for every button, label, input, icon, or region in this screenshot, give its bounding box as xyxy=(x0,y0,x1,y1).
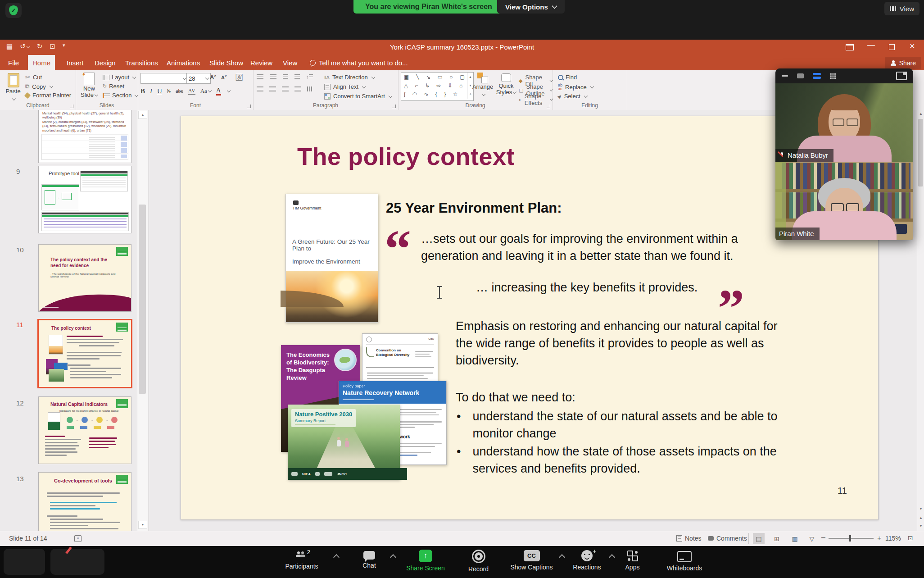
tell-me-box[interactable]: Tell me what you want to do... xyxy=(305,55,412,70)
slide-sorter-view-button[interactable]: ⊞ xyxy=(771,533,783,544)
thumbnail-slide-8[interactable]: Mental health (54), physical health (27)… xyxy=(38,110,131,163)
grow-font-button[interactable]: A˄ xyxy=(210,74,216,81)
font-size-input[interactable]: 28 xyxy=(186,73,211,84)
next-slide-button[interactable]: ▼ xyxy=(917,524,924,528)
zoom-out-button[interactable]: – xyxy=(821,533,825,542)
speaker-view-icon[interactable] xyxy=(797,73,804,78)
paste-button[interactable]: Paste xyxy=(5,73,21,103)
minimize-videos-icon[interactable] xyxy=(782,75,788,77)
active-view-icon[interactable] xyxy=(813,73,821,79)
convert-smartart-button[interactable]: Convert to SmartArt xyxy=(324,93,392,100)
view-button[interactable]: View xyxy=(884,2,919,15)
decrease-indent-button[interactable] xyxy=(283,74,288,79)
clear-formatting-button[interactable]: 🄰̸ xyxy=(236,74,242,81)
tab-transitions[interactable]: Transitions xyxy=(121,55,163,70)
zoom-slider[interactable] xyxy=(829,538,874,539)
replace-button[interactable]: abac Replace xyxy=(558,83,593,91)
font-color-button[interactable]: A xyxy=(216,86,221,96)
thumbnail-slide-12[interactable]: Natural Capital Indicators Indicators fo… xyxy=(38,396,131,464)
show-captions-button[interactable]: CC Show Captions xyxy=(503,550,560,571)
fit-to-window-button[interactable]: ⊡ xyxy=(908,534,913,542)
strikethrough-button[interactable]: S xyxy=(167,87,171,95)
participants-button[interactable]: 2 Participants xyxy=(275,550,329,570)
gallery-view-icon[interactable] xyxy=(830,73,836,79)
text-direction-button[interactable]: ‖A Text Direction xyxy=(324,74,375,81)
ribbon-display-options-button[interactable] xyxy=(846,42,854,50)
layout-button[interactable]: Layout xyxy=(103,74,136,81)
chat-chevron[interactable] xyxy=(390,554,396,560)
video-tile-piran[interactable]: Piran White xyxy=(775,162,913,240)
section-button[interactable]: Section xyxy=(103,92,138,99)
bullet-item-2[interactable]: • understand how the state of those asse… xyxy=(457,443,779,478)
arrange-button[interactable]: Arrange xyxy=(471,73,494,98)
scroll-up-arrow[interactable]: ▲ xyxy=(917,110,924,118)
underline-button[interactable]: U xyxy=(157,87,162,95)
italic-button[interactable]: I xyxy=(150,87,152,95)
align-right-button[interactable] xyxy=(282,86,289,91)
unmute-button[interactable] xyxy=(4,549,45,575)
thumbnail-slide-9[interactable]: Prototype tool → xyxy=(38,166,131,233)
reset-button[interactable]: ↻ Reset xyxy=(103,83,124,90)
thumbnail-slide-11[interactable]: The policy context xyxy=(37,319,132,388)
bullet-item-1[interactable]: • understand the state of our natural as… xyxy=(457,408,779,442)
tab-review[interactable]: Review xyxy=(246,55,277,70)
nature-positive-cover[interactable]: Nature Positive 2030 Summary Report NIEA… xyxy=(288,405,400,480)
columns-button[interactable] xyxy=(307,86,313,91)
change-case-button[interactable]: Aa xyxy=(200,87,211,95)
format-painter-button[interactable]: Format Painter xyxy=(25,92,71,99)
share-button[interactable]: Share xyxy=(885,57,921,69)
tab-insert[interactable]: Insert xyxy=(62,55,88,70)
view-options-button[interactable]: View Options xyxy=(497,0,565,14)
font-color-dropdown[interactable] xyxy=(226,89,230,92)
font-name-input[interactable] xyxy=(140,73,188,84)
strikethrough-abc-button[interactable]: abc xyxy=(176,88,183,95)
quick-styles-button[interactable]: Quick Styles xyxy=(495,73,517,96)
justify-button[interactable] xyxy=(294,86,301,91)
slide-heading[interactable]: 25 Year Environment Plan: xyxy=(386,200,562,216)
slide-11[interactable]: The policy context HM Government A Green… xyxy=(181,116,879,520)
video-tile-natalia[interactable]: Natalia Bubyr xyxy=(775,83,913,162)
tab-animations[interactable]: Animations xyxy=(162,55,204,70)
tab-slide-show[interactable]: Slide Show xyxy=(205,55,248,70)
align-left-button[interactable] xyxy=(257,86,263,91)
participants-chevron[interactable] xyxy=(333,554,340,560)
captions-chevron[interactable] xyxy=(559,554,565,560)
select-button[interactable]: ▶ Select xyxy=(558,93,587,100)
bold-button[interactable]: B xyxy=(140,87,145,95)
thumbnail-slide-10[interactable]: The policy context and the need for evid… xyxy=(38,244,131,312)
chat-button[interactable]: Chat xyxy=(349,550,390,569)
copy-button[interactable]: ⧉Copy xyxy=(25,83,53,90)
apps-button[interactable]: Apps xyxy=(613,550,652,571)
slideshow-view-button[interactable]: ▽ xyxy=(806,533,818,544)
scroll-down-arrow[interactable]: ▼ xyxy=(917,507,924,511)
record-button[interactable]: Record xyxy=(457,550,500,573)
increase-indent-button[interactable] xyxy=(294,74,300,79)
normal-view-button[interactable]: ▤ xyxy=(753,533,765,544)
paragraph-1[interactable]: Emphasis on restoring and enhancing our … xyxy=(456,318,789,369)
new-slide-button[interactable]: ✦ New Slide xyxy=(79,73,99,99)
zoom-level[interactable]: 115% xyxy=(885,535,901,542)
tab-view[interactable]: View xyxy=(278,55,302,70)
character-spacing-button[interactable]: AV xyxy=(188,87,195,95)
share-screen-button[interactable]: ↑ Share Screen xyxy=(399,550,453,572)
clipboard-dialog-launcher[interactable] xyxy=(70,105,73,108)
quote-text-2[interactable]: … increasing the key benefits it provide… xyxy=(476,279,698,296)
scroll-thumb[interactable] xyxy=(918,119,923,187)
close-button[interactable]: × xyxy=(910,41,915,51)
quote-text-1[interactable]: …sets out our goals for improving the en… xyxy=(421,231,771,265)
font-dialog-launcher[interactable] xyxy=(247,105,251,108)
shrink-font-button[interactable]: A˅ xyxy=(221,74,227,80)
paragraph-dialog-launcher[interactable] xyxy=(392,105,396,108)
bullets-button[interactable] xyxy=(257,74,263,79)
start-video-button[interactable] xyxy=(50,549,104,575)
previous-slide-button[interactable]: ▲ xyxy=(917,516,924,520)
numbering-button[interactable] xyxy=(270,74,276,79)
notes-button[interactable]: Notes xyxy=(676,535,702,542)
whiteboards-button[interactable]: Whiteboards xyxy=(655,550,714,572)
thumb-scroll-thumb[interactable] xyxy=(139,205,146,394)
thumbnail-scrollbar[interactable]: ▲ ▼ xyxy=(137,110,148,531)
popout-icon[interactable] xyxy=(896,72,907,80)
find-button[interactable]: Find xyxy=(558,74,577,81)
reactions-button[interactable]: + Reactions xyxy=(566,550,608,571)
align-text-button[interactable]: Align Text xyxy=(324,83,365,90)
